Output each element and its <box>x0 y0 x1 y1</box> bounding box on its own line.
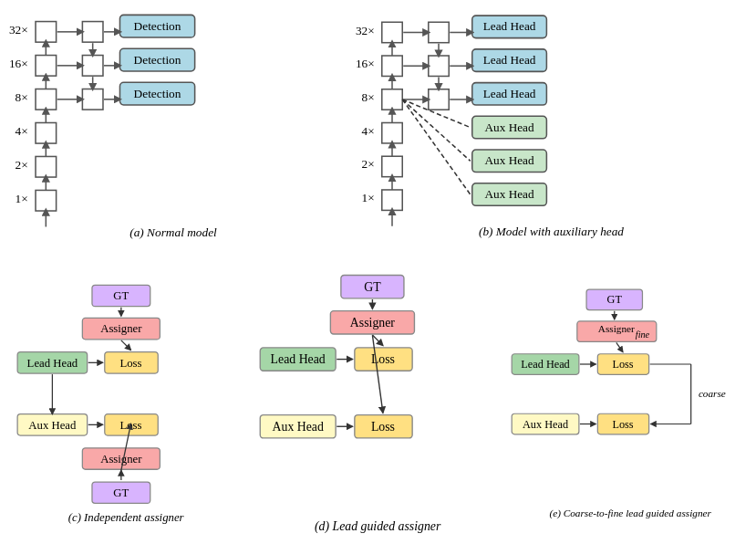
svg-text:coarse: coarse <box>699 388 726 399</box>
svg-rect-20 <box>82 89 103 110</box>
svg-text:Assigner: Assigner <box>100 322 142 335</box>
svg-text:fine: fine <box>635 330 649 340</box>
lead-guided-svg: GT Assigner Lead Head Loss Aux Head <box>252 265 503 543</box>
svg-rect-55 <box>429 56 449 76</box>
svg-text:Aux Head: Aux Head <box>485 153 534 167</box>
svg-text:Loss: Loss <box>119 357 141 370</box>
svg-text:(e) Coarse-to-fine lead guided: (e) Coarse-to-fine lead guided assigner <box>549 507 711 519</box>
svg-rect-45 <box>382 122 402 142</box>
svg-text:Lead Head: Lead Head <box>483 87 536 100</box>
svg-rect-47 <box>382 190 402 210</box>
svg-line-90 <box>121 340 131 350</box>
svg-rect-43 <box>382 56 402 76</box>
svg-rect-18 <box>82 22 103 43</box>
svg-text:Assigner: Assigner <box>597 323 634 334</box>
bottom-section: GT Assigner Lead Head Loss Aux Head <box>0 260 756 543</box>
svg-text:GT: GT <box>113 289 129 302</box>
svg-rect-6 <box>36 22 57 43</box>
svg-text:(a) Normal model: (a) Normal model <box>129 225 217 239</box>
svg-text:Aux Head: Aux Head <box>485 120 534 134</box>
diagram-right: 32× 16× 8× 4× 2× 1× <box>347 0 756 246</box>
svg-line-134 <box>616 342 622 351</box>
svg-text:32×: 32× <box>9 23 28 37</box>
aux-model-svg: 32× 16× 8× 4× 2× 1× <box>347 0 756 246</box>
svg-rect-8 <box>36 89 57 110</box>
svg-text:GT: GT <box>365 280 382 294</box>
main-container: 32× 16× 8× 4× 2× 1× <box>0 0 756 544</box>
svg-text:Loss: Loss <box>612 418 633 431</box>
svg-text:1×: 1× <box>362 191 375 204</box>
top-section: 32× 16× 8× 4× 2× 1× <box>0 0 756 260</box>
svg-text:Assigner: Assigner <box>100 453 142 466</box>
svg-rect-7 <box>36 56 57 77</box>
independent-assigner-svg: GT Assigner Lead Head Loss Aux Head <box>0 265 252 543</box>
svg-text:(c) Independent assigner: (c) Independent assigner <box>68 511 184 524</box>
svg-text:Detection: Detection <box>134 19 181 33</box>
svg-text:1×: 1× <box>16 192 28 205</box>
svg-text:Aux Head: Aux Head <box>273 420 324 434</box>
diagram-c: GT Assigner Lead Head Loss Aux Head <box>0 265 252 543</box>
svg-text:2×: 2× <box>362 157 375 171</box>
svg-text:8×: 8× <box>362 90 375 104</box>
diagram-d: GT Assigner Lead Head Loss Aux Head <box>252 265 503 543</box>
svg-text:Loss: Loss <box>371 420 395 434</box>
svg-rect-42 <box>382 22 402 42</box>
svg-text:4×: 4× <box>16 124 28 138</box>
svg-rect-46 <box>382 156 402 176</box>
svg-text:Lead Head: Lead Head <box>27 357 78 370</box>
svg-rect-11 <box>36 190 57 211</box>
svg-text:Lead Head: Lead Head <box>271 352 326 366</box>
diagram-e: GT Assigner fine Lead Head Loss Aux H <box>504 265 756 543</box>
normal-model-svg: 32× 16× 8× 4× 2× 1× <box>0 0 347 246</box>
svg-text:4×: 4× <box>362 124 375 138</box>
svg-rect-56 <box>429 89 449 110</box>
svg-text:16×: 16× <box>9 57 28 70</box>
svg-text:Lead Head: Lead Head <box>521 358 569 371</box>
svg-text:Aux Head: Aux Head <box>485 187 534 201</box>
svg-text:GT: GT <box>113 486 129 499</box>
svg-line-122 <box>373 335 384 413</box>
svg-text:(b) Model with auxiliary head: (b) Model with auxiliary head <box>479 225 624 238</box>
svg-rect-19 <box>82 56 103 77</box>
svg-rect-10 <box>36 156 57 177</box>
coarse-fine-svg: GT Assigner fine Lead Head Loss Aux H <box>504 265 756 543</box>
svg-text:(d) Lead guided assigner: (d) Lead guided assigner <box>315 519 441 534</box>
svg-text:Lead Head: Lead Head <box>483 53 536 67</box>
svg-text:16×: 16× <box>356 57 375 70</box>
svg-rect-9 <box>36 122 57 143</box>
svg-text:Assigner: Assigner <box>350 316 395 330</box>
svg-text:Aux Head: Aux Head <box>28 419 77 432</box>
svg-rect-54 <box>429 22 449 42</box>
svg-text:32×: 32× <box>356 24 375 37</box>
svg-text:8×: 8× <box>16 90 28 104</box>
svg-text:Detection: Detection <box>134 53 181 67</box>
svg-text:GT: GT <box>606 293 622 306</box>
svg-text:Lead Head: Lead Head <box>483 19 536 33</box>
svg-text:Aux Head: Aux Head <box>523 418 568 431</box>
svg-text:Detection: Detection <box>134 87 181 100</box>
svg-text:Loss: Loss <box>612 358 633 371</box>
svg-rect-44 <box>382 89 402 110</box>
svg-line-79 <box>402 99 470 194</box>
diagram-left: 32× 16× 8× 4× 2× 1× <box>0 0 347 246</box>
svg-text:2×: 2× <box>16 158 28 172</box>
